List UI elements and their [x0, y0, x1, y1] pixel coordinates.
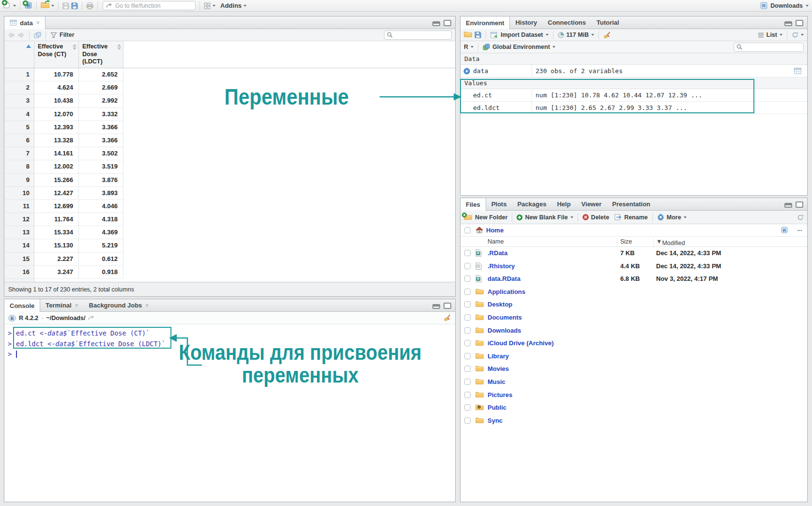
close-tab-icon[interactable]: ×: [145, 302, 149, 309]
delete-button[interactable]: Delete: [591, 214, 610, 221]
file-checkbox[interactable]: [464, 301, 471, 307]
tab-help[interactable]: Help: [552, 198, 576, 210]
table-row[interactable]: 714.1613.502: [4, 147, 455, 160]
column-name[interactable]: Name: [488, 238, 504, 245]
file-name-link[interactable]: Applications: [488, 288, 525, 295]
table-row[interactable]: 1315.3344.369: [4, 226, 455, 239]
file-checkbox[interactable]: [464, 353, 471, 359]
language-caret[interactable]: [471, 46, 474, 48]
file-name-link[interactable]: .Rhistory: [488, 262, 515, 270]
new-project-icon[interactable]: R: [24, 1, 32, 10]
table-row[interactable]: 1012.4273.893: [4, 187, 455, 200]
import-caret[interactable]: [546, 34, 549, 36]
refresh-caret[interactable]: [801, 34, 804, 36]
back-icon[interactable]: [8, 32, 15, 38]
environment-search-input[interactable]: [734, 43, 804, 52]
close-tab-icon[interactable]: ×: [36, 19, 40, 26]
table-row[interactable]: 812.0023.519: [4, 160, 455, 173]
file-row[interactable]: R.RData7 KBDec 14, 2022, 4:33 PM: [460, 247, 807, 260]
file-row[interactable]: iCloud Drive (Archive): [460, 337, 807, 350]
file-row[interactable]: Rdata.RData6.8 KBNov 3, 2022, 4:17 PM: [460, 273, 807, 286]
addins-grid-icon[interactable]: [204, 2, 211, 9]
file-row[interactable]: Library: [460, 350, 807, 363]
table-row[interactable]: 152.2270.612: [4, 253, 455, 266]
file-checkbox[interactable]: [464, 250, 471, 256]
tab-background-jobs[interactable]: Background Jobs×: [84, 299, 154, 311]
maximize-icon[interactable]: [796, 20, 803, 26]
file-row[interactable]: Movies: [460, 363, 807, 376]
rename-button[interactable]: Rename: [624, 214, 648, 221]
file-name-link[interactable]: Music: [488, 378, 506, 385]
file-name-link[interactable]: .RData: [488, 249, 507, 257]
file-row[interactable]: Public: [460, 401, 807, 414]
file-name-link[interactable]: Public: [488, 404, 506, 411]
global-environment-button[interactable]: Global Environment: [492, 44, 550, 50]
clear-objects-icon[interactable]: [603, 31, 611, 39]
table-row[interactable]: 1415.1305.219: [4, 239, 455, 252]
sort-icon[interactable]: [73, 44, 77, 50]
file-name-link[interactable]: iCloud Drive (Archive): [488, 339, 554, 347]
file-checkbox[interactable]: [464, 366, 471, 372]
file-row[interactable]: Documents: [460, 311, 807, 324]
file-checkbox[interactable]: [464, 404, 471, 411]
addins-grid-caret[interactable]: [213, 5, 215, 7]
open-file-icon[interactable]: [41, 1, 49, 10]
save-icon[interactable]: [62, 2, 69, 9]
environment-caret[interactable]: [552, 46, 555, 48]
file-name-link[interactable]: data.RData: [488, 275, 521, 282]
column-modified[interactable]: ▼ Modified: [656, 238, 662, 245]
save-all-icon[interactable]: [71, 2, 78, 9]
clear-console-icon[interactable]: [444, 314, 451, 322]
tab-plots[interactable]: Plots: [486, 198, 512, 210]
file-checkbox[interactable]: [464, 263, 471, 269]
language-button[interactable]: R: [464, 44, 468, 50]
tab-connections[interactable]: Connections: [542, 16, 591, 29]
file-name-link[interactable]: Movies: [488, 365, 509, 372]
addins-button[interactable]: Addins: [220, 2, 242, 9]
minimize-icon[interactable]: [784, 203, 792, 208]
forward-icon[interactable]: [17, 32, 25, 38]
minimize-icon[interactable]: [784, 21, 792, 26]
maximize-icon[interactable]: [796, 201, 803, 208]
project-caret[interactable]: [806, 5, 809, 7]
file-checkbox[interactable]: [464, 289, 471, 295]
file-checkbox[interactable]: [464, 327, 471, 334]
tab-history[interactable]: History: [510, 16, 542, 29]
file-row[interactable]: Sync: [460, 414, 807, 428]
import-dataset-button[interactable]: Import Dataset: [501, 31, 543, 38]
minimize-icon[interactable]: [432, 304, 440, 309]
more-dots-button[interactable]: ...: [797, 225, 802, 232]
table-row[interactable]: 613.3283.366: [4, 134, 455, 147]
tab-terminal[interactable]: Terminal×: [40, 299, 83, 311]
file-name-link[interactable]: Sync: [488, 417, 503, 424]
popout-icon[interactable]: [34, 32, 41, 38]
r-project-icon[interactable]: R: [781, 227, 788, 233]
data-search-input[interactable]: [384, 31, 452, 40]
list-view-button[interactable]: List: [766, 31, 777, 38]
file-name-link[interactable]: Downloads: [488, 327, 521, 334]
memory-usage-button[interactable]: 117 MiB: [567, 31, 589, 38]
sort-icon[interactable]: [117, 44, 121, 50]
refresh-icon[interactable]: [792, 31, 798, 38]
table-row[interactable]: 163.2470.918: [4, 266, 455, 279]
table-row[interactable]: 512.3933.366: [4, 121, 455, 134]
environment-entry[interactable]: data230 obs. of 2 variables: [460, 65, 807, 77]
file-checkbox[interactable]: [464, 379, 471, 385]
table-row[interactable]: 1211.7644.318: [4, 213, 455, 226]
filter-icon[interactable]: [50, 32, 57, 38]
tab-tutorial[interactable]: Tutorial: [591, 16, 625, 29]
file-row[interactable]: Desktop: [460, 298, 807, 311]
new-blank-file-caret[interactable]: [570, 216, 573, 218]
refresh-icon[interactable]: [797, 214, 804, 221]
new-file-dropdown-caret[interactable]: [13, 5, 16, 7]
file-row[interactable]: .Rhistory4.4 KBDec 14, 2022, 4:33 PM: [460, 260, 807, 273]
tab-presentation[interactable]: Presentation: [607, 198, 656, 210]
new-folder-button[interactable]: New Folder: [475, 214, 507, 221]
file-name-link[interactable]: Desktop: [488, 301, 512, 308]
close-tab-icon[interactable]: ×: [75, 302, 78, 309]
memory-caret[interactable]: [591, 34, 594, 36]
table-row[interactable]: 915.2663.876: [4, 174, 455, 187]
tab-data[interactable]: data ×: [4, 16, 46, 29]
goto-dir-icon[interactable]: [88, 315, 94, 321]
file-name-link[interactable]: Documents: [488, 314, 522, 321]
